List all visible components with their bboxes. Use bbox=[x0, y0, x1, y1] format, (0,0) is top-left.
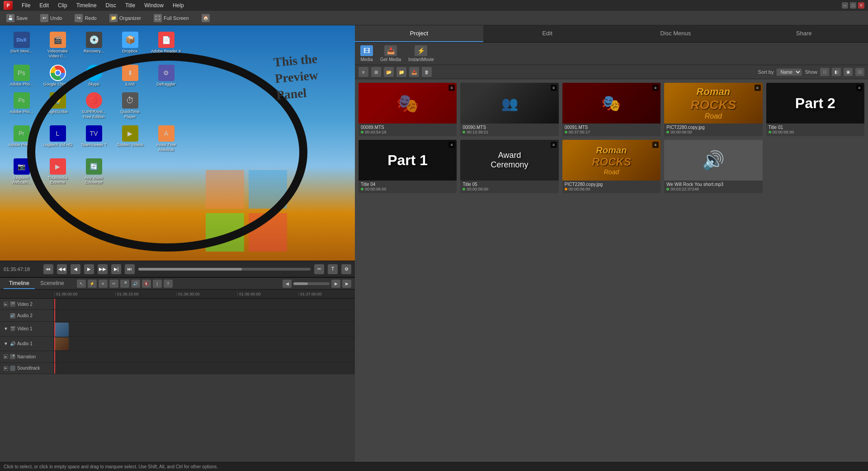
chrome-icon[interactable]: Google Chrome bbox=[41, 63, 75, 89]
cut-button[interactable]: ✂ bbox=[314, 264, 324, 274]
redo-button[interactable]: ↪ Redo bbox=[72, 13, 99, 23]
media-item-3[interactable]: Roman ROCKS Road ≡ PICT2280.copy.jpg 00:… bbox=[664, 83, 762, 136]
defrag-icon[interactable]: ⚙ Defraggler bbox=[149, 63, 183, 89]
snap-tool[interactable]: | bbox=[153, 280, 162, 288]
tab-share[interactable]: Share bbox=[740, 25, 868, 42]
quicktime-icon[interactable]: ⏱ QuickTime Player bbox=[113, 90, 147, 121]
abobe-ps2-icon[interactable]: Ps Adobe Pho... bbox=[5, 90, 38, 121]
tab-timeline[interactable]: Timeline bbox=[4, 278, 35, 289]
goldenvideos-icon[interactable]: ▶ Golden Videos bbox=[113, 124, 147, 154]
zoom-slider[interactable] bbox=[293, 282, 330, 285]
track-soundtrack-expand[interactable]: ▶ bbox=[4, 366, 8, 371]
media-item-8[interactable]: 🔊 We Will Rock You short.mp3 00:03:22:37… bbox=[664, 140, 762, 193]
media-item-2[interactable]: 🎭 ≡ 00091.MTS 00:37:55:17 bbox=[562, 83, 660, 136]
grid-view-button[interactable]: ⊞ bbox=[371, 67, 381, 77]
lightscribe-icon[interactable]: 💡 LightScribe bbox=[41, 90, 75, 121]
menu-window[interactable]: Window bbox=[141, 1, 167, 10]
mute-tool[interactable]: 🔇 bbox=[142, 280, 151, 288]
go-to-end-button[interactable]: ⏭ bbox=[125, 264, 135, 274]
select-tool[interactable]: ↖ bbox=[77, 280, 86, 288]
settings-button[interactable]: ⚙ bbox=[341, 264, 351, 274]
track-video1-content[interactable] bbox=[54, 322, 355, 336]
go-to-start-button[interactable]: ⏮ bbox=[43, 264, 53, 274]
totalmedia-icon[interactable]: ▶ TotalMedia Extreme bbox=[41, 157, 75, 187]
track-audio2-content[interactable] bbox=[54, 310, 355, 321]
view-medium-button[interactable]: ◧ bbox=[832, 68, 841, 76]
menu-title[interactable]: Title bbox=[122, 1, 139, 10]
list-view-button[interactable]: ≡ bbox=[359, 67, 368, 77]
progress-bar[interactable] bbox=[138, 268, 311, 271]
prev-frame-button[interactable]: ◀◀ bbox=[57, 264, 67, 274]
undo-button[interactable]: ↩ Undo bbox=[38, 13, 65, 23]
organizer-button[interactable]: 📁 Organizer bbox=[107, 13, 144, 23]
adobe-pre-icon[interactable]: Pr Adobe Prem... bbox=[5, 124, 38, 154]
menu-file[interactable]: File bbox=[18, 1, 34, 10]
tab-edit[interactable]: Edit bbox=[483, 25, 612, 42]
clip-tool[interactable]: ≡ bbox=[99, 280, 108, 288]
folder-new-button[interactable]: 📁 bbox=[396, 67, 406, 77]
home-button[interactable]: 🏠 bbox=[199, 13, 212, 23]
expand-tracks-button[interactable]: ▶ bbox=[342, 280, 351, 288]
zoom-out-button[interactable]: ◀ bbox=[283, 280, 292, 288]
volume-tool[interactable]: 🔊 bbox=[131, 280, 140, 288]
zoom-in-button[interactable]: ▶ bbox=[331, 280, 340, 288]
minimize-button[interactable]: ─ bbox=[842, 2, 848, 9]
media-item-7[interactable]: Roman ROCKS Road ≡ PICT2280.copy.jpg 00:… bbox=[562, 140, 660, 193]
track-audio1-content[interactable] bbox=[54, 337, 355, 351]
logitech-webcam-icon[interactable]: 📷 Logitech Webcam... bbox=[5, 157, 38, 187]
dvdr-icon[interactable]: 💿 Recovery... bbox=[77, 30, 111, 61]
view-expand-button[interactable]: ⬡ bbox=[855, 68, 864, 76]
skype-icon[interactable]: S Skype bbox=[77, 63, 111, 89]
close-button[interactable]: ✕ bbox=[858, 2, 864, 9]
superanti-icon[interactable]: 🚫 SUPERAnti... Free Edition bbox=[77, 90, 111, 121]
track-narration-content[interactable] bbox=[54, 351, 355, 362]
track-narration-expand[interactable]: ▶ bbox=[4, 354, 8, 359]
media-item-0[interactable]: 🎭 ≡ 00089.MTS 00:43:54:18 bbox=[359, 83, 457, 136]
menu-help[interactable]: Help bbox=[169, 1, 188, 10]
videomake-icon[interactable]: 🎬 Videomake Video C... bbox=[41, 30, 75, 61]
track-video1-expand[interactable]: ▼ bbox=[4, 326, 8, 331]
menu-clip[interactable]: Clip bbox=[54, 1, 71, 10]
avast-icon[interactable]: A Avast Free Antivirus bbox=[149, 124, 183, 154]
multi-trim-tool[interactable]: ⚡ bbox=[88, 280, 97, 288]
next-frame-button[interactable]: ▶| bbox=[111, 264, 121, 274]
abobe-ps-icon[interactable]: Ps Adobe Pho... bbox=[5, 63, 38, 89]
logitech-icon[interactable]: L Logitech Vid HD bbox=[41, 124, 75, 154]
track-video2-content[interactable] bbox=[54, 299, 355, 309]
text-button[interactable]: T bbox=[328, 264, 338, 274]
tab-disc-menus[interactable]: Disc Menus bbox=[612, 25, 740, 42]
media-item-4[interactable]: Part 2 ≡ Title 01 00:00:06:00 bbox=[766, 83, 864, 136]
razor-tool[interactable]: ✂ bbox=[109, 280, 118, 288]
acrobat-icon[interactable]: 📄 Adobe Reader X bbox=[149, 30, 183, 61]
anyvideoconverter-icon[interactable]: 🔄 Any Video Converter bbox=[77, 157, 111, 187]
sub-tab-instantmovie[interactable]: ⚡ InstantMovie bbox=[408, 45, 434, 62]
view-large-button[interactable]: ▣ bbox=[844, 68, 853, 76]
voice-tool[interactable]: 🎤 bbox=[120, 280, 129, 288]
media-item-5[interactable]: Part 1 ≡ Title 04 00:00:06:00 bbox=[359, 140, 457, 193]
menu-timeline[interactable]: Timeline bbox=[73, 1, 100, 10]
maximize-button[interactable]: □ bbox=[850, 2, 856, 9]
dropbox-icon[interactable]: 📦 Dropbox bbox=[113, 30, 147, 61]
media-item-6[interactable]: AwardCeremony ≡ Title 05 00:00:06:00 bbox=[460, 140, 558, 193]
sub-tab-get-media[interactable]: 📥 Get Media bbox=[380, 45, 401, 62]
tab-sceneline[interactable]: Sceneline bbox=[35, 278, 70, 289]
divx-icon[interactable]: DivX DivX Movi... bbox=[5, 30, 38, 61]
media-item-1[interactable]: 👥 ≡ 00090.MTS 00:13:39:21 bbox=[460, 83, 558, 136]
ilvid-icon[interactable]: ⬇ iLivid bbox=[113, 63, 147, 89]
teamviewer-icon[interactable]: TV TeamViewer 7 bbox=[77, 124, 111, 154]
menu-disc[interactable]: Disc bbox=[102, 1, 120, 10]
folder-open-button[interactable]: 📂 bbox=[384, 67, 394, 77]
track-audio1-expand[interactable]: ▼ bbox=[4, 341, 8, 346]
track-video2-expand[interactable]: ▶ bbox=[4, 302, 8, 306]
delete-button[interactable]: 🗑 bbox=[422, 67, 432, 77]
sub-tab-media[interactable]: 🎞 Media bbox=[360, 45, 373, 62]
import-button[interactable]: 📤 bbox=[409, 67, 419, 77]
hint-tool[interactable]: ? bbox=[164, 280, 173, 288]
save-button[interactable]: 💾 Save bbox=[4, 13, 30, 23]
sort-by-select[interactable]: Name Date Type bbox=[776, 68, 802, 76]
track-soundtrack-content[interactable] bbox=[54, 363, 355, 374]
fast-forward-button[interactable]: ▶▶ bbox=[98, 264, 108, 274]
rewind-button[interactable]: ◀ bbox=[71, 264, 80, 274]
menu-edit[interactable]: Edit bbox=[36, 1, 52, 10]
tab-project[interactable]: Project bbox=[355, 25, 483, 42]
